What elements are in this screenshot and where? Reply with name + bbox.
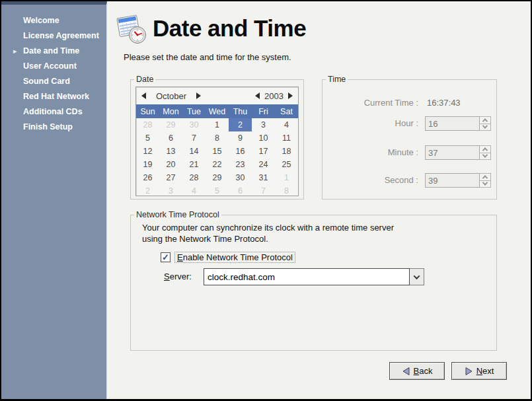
- prev-year-icon[interactable]: [255, 92, 260, 99]
- calendar-day[interactable]: 31: [252, 171, 275, 184]
- calendar-day[interactable]: 22: [206, 158, 229, 171]
- sidebar-item-additional-cds[interactable]: Additional CDs: [1, 104, 106, 120]
- calendar-day[interactable]: 23: [229, 158, 252, 171]
- sidebar-item-date-and-time[interactable]: ▸Date and Time: [1, 44, 106, 59]
- calendar-day[interactable]: 28: [182, 171, 206, 184]
- calendar-day[interactable]: 3: [252, 118, 275, 131]
- back-button-label: Back: [414, 366, 433, 376]
- weekday-header-cell: Sun: [136, 107, 159, 116]
- back-arrow-icon: [402, 367, 410, 376]
- sidebar-item-label: User Account: [23, 61, 77, 71]
- hour-spin-down-button[interactable]: [480, 124, 491, 131]
- enable-ntp-checkbox[interactable]: ✓: [161, 252, 171, 262]
- calendar-day[interactable]: 30: [229, 171, 252, 184]
- calendar-day[interactable]: 7: [252, 184, 275, 198]
- calendar-day[interactable]: 4: [182, 184, 206, 198]
- minute-spin-down-button[interactable]: [480, 153, 491, 161]
- next-month-icon[interactable]: [196, 92, 201, 99]
- calendar-widget: October 2003 SunMonTueWedThuFriSat 28293…: [135, 87, 299, 196]
- ntp-description-line2: using the Network Time Protocol.: [142, 233, 394, 244]
- next-button-label: Next: [476, 366, 494, 376]
- next-button[interactable]: Next: [451, 362, 507, 380]
- minute-spin-up-button[interactable]: [480, 145, 491, 153]
- hour-spinner: [425, 116, 491, 131]
- calendar-day[interactable]: 16: [229, 145, 252, 158]
- sidebar-step-list: WelcomeLicense Agreement▸Date and TimeUs…: [1, 5, 106, 135]
- server-combobox: [204, 268, 424, 285]
- calendar-day[interactable]: 5: [206, 184, 229, 198]
- date-group: Date October 2003 SunMonTueWedThuFriSat …: [130, 79, 304, 200]
- setup-wizard-window: WelcomeLicense Agreement▸Date and TimeUs…: [1, 1, 531, 399]
- calendar-day[interactable]: 6: [159, 131, 182, 145]
- weekday-header-cell: Thu: [229, 107, 252, 116]
- hour-row: Hour :: [323, 116, 496, 131]
- sidebar-item-label: Welcome: [23, 16, 59, 25]
- calendar-day[interactable]: 18: [275, 145, 298, 158]
- calendar-day[interactable]: 11: [275, 131, 298, 145]
- calendar-day[interactable]: 15: [206, 145, 229, 158]
- date-time-calendar-clock-icon: [114, 11, 149, 46]
- sidebar-item-label: Additional CDs: [23, 107, 83, 116]
- prev-month-icon[interactable]: [141, 92, 146, 99]
- wizard-step-sidebar: WelcomeLicense Agreement▸Date and TimeUs…: [1, 1, 107, 399]
- calendar-day[interactable]: 14: [182, 145, 206, 158]
- sidebar-item-welcome[interactable]: Welcome: [1, 13, 106, 28]
- calendar-day[interactable]: 2: [136, 184, 159, 198]
- calendar-day[interactable]: 3: [159, 184, 182, 198]
- sidebar-item-sound-card[interactable]: Sound Card: [1, 74, 106, 89]
- calendar-day[interactable]: 28: [136, 118, 159, 131]
- calendar-day[interactable]: 7: [182, 131, 206, 145]
- calendar-day[interactable]: 5: [136, 131, 159, 145]
- minute-input[interactable]: [425, 145, 480, 160]
- calendar-day[interactable]: 13: [159, 145, 182, 158]
- second-spin-up-button[interactable]: [480, 173, 491, 181]
- calendar-day[interactable]: 26: [136, 171, 159, 184]
- calendar-day[interactable]: 6: [229, 184, 252, 198]
- ntp-description: Your computer can synchronize its clock …: [142, 222, 394, 244]
- calendar-day[interactable]: 27: [159, 171, 182, 184]
- next-year-icon[interactable]: [288, 92, 293, 99]
- chevron-down-icon: [482, 180, 488, 186]
- server-input[interactable]: [204, 268, 410, 285]
- calendar-day[interactable]: 2: [229, 118, 252, 131]
- calendar-day[interactable]: 12: [136, 145, 159, 158]
- calendar-day[interactable]: 10: [252, 131, 275, 145]
- sidebar-item-license-agreement[interactable]: License Agreement: [1, 28, 106, 44]
- sidebar-item-finish-setup[interactable]: Finish Setup: [1, 120, 106, 135]
- second-input[interactable]: [425, 173, 480, 188]
- sidebar-item-user-account[interactable]: User Account: [1, 59, 106, 74]
- weekday-header-cell: Wed: [206, 107, 229, 116]
- calendar-day[interactable]: 29: [159, 118, 182, 131]
- second-label: Second :: [385, 173, 418, 188]
- network-time-protocol-group: Network Time Protocol Your computer can …: [130, 215, 497, 351]
- calendar-day[interactable]: 4: [275, 118, 298, 131]
- sidebar-item-label: Finish Setup: [23, 122, 73, 131]
- calendar-day[interactable]: 9: [229, 131, 252, 145]
- second-spin-down-button[interactable]: [480, 181, 491, 188]
- calendar-day[interactable]: 24: [252, 158, 275, 171]
- page-title: Date and Time: [153, 15, 306, 42]
- calendar-day[interactable]: 21: [182, 158, 206, 171]
- minute-spin-buttons: [480, 145, 491, 160]
- server-dropdown-button[interactable]: [410, 268, 424, 285]
- chevron-down-icon: [414, 273, 420, 279]
- enable-ntp-checkbox-label[interactable]: Enable Network Time Protocol: [174, 252, 295, 263]
- calendar-day[interactable]: 1: [275, 171, 298, 184]
- calendar-day[interactable]: 8: [275, 184, 298, 198]
- calendar-day[interactable]: 20: [159, 158, 182, 171]
- calendar-day[interactable]: 8: [206, 131, 229, 145]
- hour-spin-up-button[interactable]: [480, 116, 491, 124]
- back-button[interactable]: Back: [389, 362, 445, 380]
- calendar-day[interactable]: 29: [206, 171, 229, 184]
- time-group-label: Time: [326, 75, 348, 84]
- sidebar-item-red-hat-network[interactable]: Red Hat Network: [1, 89, 106, 104]
- calendar-day[interactable]: 19: [136, 158, 159, 171]
- minute-spinner: [425, 145, 491, 160]
- calendar-day[interactable]: 17: [252, 145, 275, 158]
- calendar-day[interactable]: 1: [206, 118, 229, 131]
- minute-label: Minute :: [388, 145, 418, 160]
- calendar-day[interactable]: 25: [275, 158, 298, 171]
- calendar-day[interactable]: 30: [182, 118, 206, 131]
- checkmark-icon: ✓: [162, 253, 169, 262]
- hour-input[interactable]: [425, 116, 480, 131]
